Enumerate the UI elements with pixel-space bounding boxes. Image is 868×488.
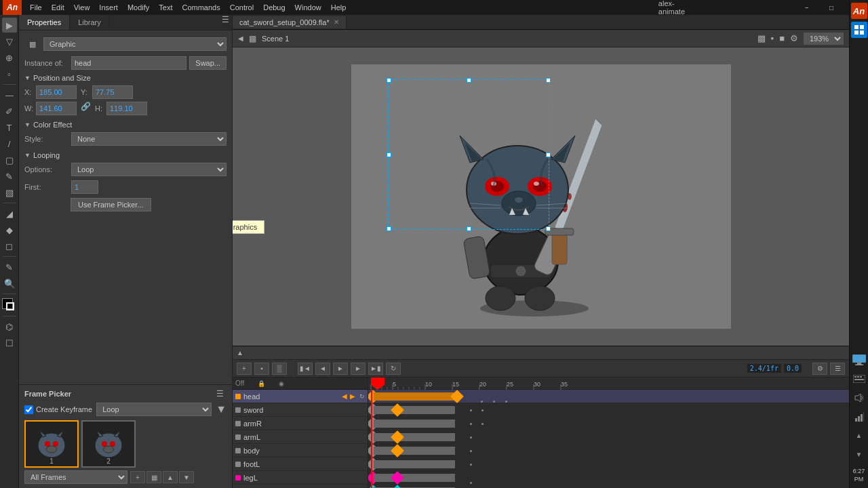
- type-select[interactable]: Graphic: [43, 37, 226, 51]
- layer-body[interactable]: body: [233, 444, 368, 458]
- hand-tool[interactable]: ✎: [2, 260, 17, 274]
- taskbar-keyboard-icon[interactable]: [851, 371, 867, 387]
- link-icon[interactable]: 🔗: [81, 102, 91, 115]
- clip-icon[interactable]: ▩: [757, 33, 766, 43]
- menu-commands[interactable]: Commands: [178, 2, 224, 13]
- frame-down-btn[interactable]: ▼: [179, 471, 194, 483]
- layer-footR[interactable]: footR: [233, 485, 368, 488]
- taskbar-signal-icon[interactable]: [851, 409, 867, 425]
- doc-tab-close[interactable]: ✕: [334, 18, 339, 26]
- frame-row-head[interactable]: [368, 390, 849, 403]
- stroke-color-swatch[interactable]: [6, 302, 14, 310]
- tab-properties[interactable]: Properties: [19, 15, 70, 30]
- brush-tool[interactable]: ▧: [2, 185, 17, 200]
- zoom-tool[interactable]: 🔍: [2, 276, 17, 291]
- frame-thumb-1[interactable]: 1: [24, 420, 79, 468]
- frame-row-armR[interactable]: [368, 417, 849, 430]
- layer-head[interactable]: head ◀ ▶ ↻: [233, 390, 368, 403]
- frame-row-footL[interactable]: [368, 458, 849, 471]
- play-btn[interactable]: ►: [333, 363, 348, 375]
- x-input[interactable]: [36, 85, 77, 99]
- menu-debug[interactable]: Debug: [259, 2, 289, 13]
- layer-sword[interactable]: sword: [233, 403, 368, 417]
- zoom-select[interactable]: 193%: [804, 33, 844, 45]
- paint-bucket-tool[interactable]: ◢: [2, 206, 17, 221]
- taskbar-an-logo[interactable]: An: [851, 3, 867, 19]
- eyedropper-tool[interactable]: ◆: [2, 222, 17, 237]
- canvas-area[interactable]: Looping options for Graphics: [233, 47, 849, 346]
- camera-tool[interactable]: ☐: [2, 336, 17, 350]
- settings-icon[interactable]: ⚙: [790, 33, 798, 43]
- h-input[interactable]: [106, 102, 147, 115]
- menu-file[interactable]: File: [26, 2, 46, 13]
- create-keyframe-checkbox[interactable]: [24, 405, 33, 414]
- menu-view[interactable]: View: [70, 2, 94, 13]
- frame-up-btn[interactable]: ▲: [163, 471, 178, 483]
- use-frame-picker-button[interactable]: Use Frame Picker...: [71, 198, 151, 211]
- frame-row-footR[interactable]: [368, 485, 849, 488]
- timeline-frames[interactable]: 5 10 15 20 25 30 35: [368, 378, 849, 488]
- maximize-btn[interactable]: □: [819, 0, 844, 15]
- head-loop-icon[interactable]: ↻: [359, 393, 365, 400]
- frame-row-sword[interactable]: [368, 403, 849, 417]
- taskbar-up-icon[interactable]: ▲: [851, 428, 867, 444]
- tl-settings-btn[interactable]: ⚙: [812, 363, 827, 375]
- menu-insert[interactable]: Insert: [95, 2, 122, 13]
- new-folder-btn[interactable]: ▪: [254, 363, 269, 375]
- pencil-tool[interactable]: ✎: [2, 169, 17, 184]
- frame-picker-close[interactable]: ▼: [216, 403, 226, 415]
- new-layer-btn[interactable]: +: [237, 363, 252, 375]
- menu-text[interactable]: Text: [155, 2, 176, 13]
- step-back-btn[interactable]: ◄: [315, 363, 330, 375]
- head-play-icon[interactable]: ◀: [342, 392, 347, 400]
- menu-edit[interactable]: Edit: [47, 2, 68, 13]
- options-select[interactable]: Loop: [71, 163, 226, 176]
- frame-add-btn[interactable]: +: [130, 471, 145, 483]
- head-play-icon2[interactable]: ▶: [350, 392, 355, 400]
- pen-tool[interactable]: ✐: [2, 104, 17, 119]
- swap-button[interactable]: Swap...: [189, 56, 226, 70]
- menu-control[interactable]: Control: [226, 2, 258, 13]
- panel-menu-icon[interactable]: ☰: [219, 15, 232, 30]
- minimize-btn[interactable]: −: [795, 0, 819, 15]
- taskbar-desktop-icon[interactable]: [851, 352, 867, 368]
- menu-modify[interactable]: Modify: [123, 2, 153, 13]
- layer-armR[interactable]: armR: [233, 417, 368, 430]
- free-transform-tool[interactable]: ⊕: [2, 50, 17, 65]
- layer-armL[interactable]: armL: [233, 430, 368, 444]
- style-select[interactable]: None: [71, 132, 226, 146]
- subselection-tool[interactable]: ▽: [2, 34, 17, 49]
- frame-delete-btn[interactable]: ▦: [146, 471, 161, 483]
- selection-tool[interactable]: ▶: [2, 18, 17, 33]
- taskbar-volume-icon[interactable]: [851, 390, 867, 406]
- frame-row-body[interactable]: [368, 444, 849, 458]
- frame-row-armL[interactable]: [368, 430, 849, 444]
- all-frames-select[interactable]: All Frames: [24, 470, 127, 484]
- first-input[interactable]: [71, 180, 98, 194]
- eraser-tool[interactable]: ◻: [2, 239, 17, 253]
- color-section-header[interactable]: ▼ Color Effect: [24, 121, 226, 129]
- gradient-tool[interactable]: ▫: [2, 66, 17, 81]
- grid-icon[interactable]: ■: [779, 33, 785, 43]
- layer-footL[interactable]: footL: [233, 458, 368, 471]
- rect-tool[interactable]: ▢: [2, 152, 17, 167]
- menu-help[interactable]: Help: [327, 2, 351, 13]
- step-fwd-btn[interactable]: ►: [351, 363, 366, 375]
- frame-picker-loop-select[interactable]: Loop: [96, 403, 212, 416]
- frame-picker-menu[interactable]: ☰: [214, 389, 226, 399]
- w-input[interactable]: [36, 102, 77, 115]
- lasso-tool[interactable]: ⸻: [2, 87, 17, 102]
- looping-header[interactable]: ▼ Looping: [24, 151, 226, 159]
- layer-legL[interactable]: legL: [233, 471, 368, 485]
- goto-last-btn[interactable]: ►▮: [368, 363, 383, 375]
- timeline-collapse-icon[interactable]: ▲: [237, 349, 243, 357]
- tab-library[interactable]: Library: [70, 15, 110, 30]
- camera-scene-icon[interactable]: ▪: [771, 33, 774, 43]
- tl-panel-menu[interactable]: ☰: [830, 363, 845, 375]
- text-tool[interactable]: T: [2, 120, 17, 135]
- taskbar-windows-icon[interactable]: [851, 22, 867, 38]
- frame-thumb-2[interactable]: 2: [81, 420, 136, 468]
- goto-first-btn[interactable]: ▮◄: [298, 363, 313, 375]
- doc-tab-active[interactable]: cat_sword_setup_0009.fla* ✕: [233, 16, 347, 28]
- bone-tool[interactable]: ⌬: [2, 319, 17, 334]
